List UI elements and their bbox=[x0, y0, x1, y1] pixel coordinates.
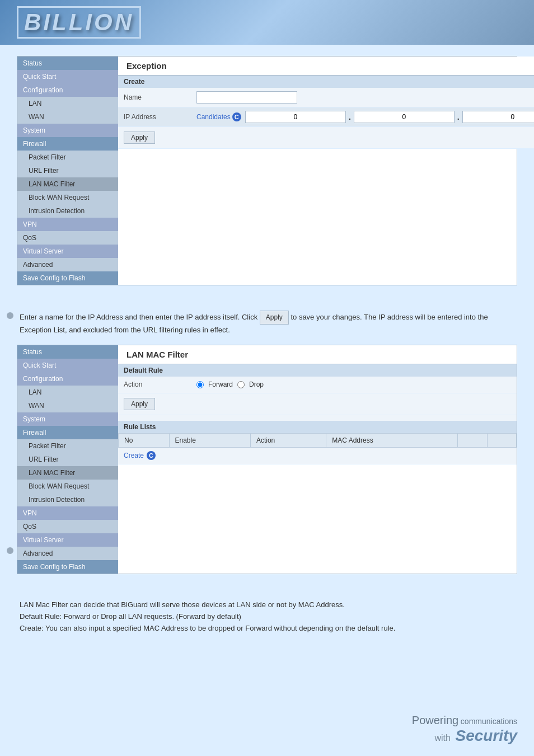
radio-forward[interactable] bbox=[196, 381, 204, 388]
col-enable: Enable bbox=[169, 433, 250, 447]
footer-security-line: with Security bbox=[412, 727, 517, 745]
sidebar-item-lan[interactable]: LAN bbox=[17, 97, 118, 110]
apply-inline-label: Apply bbox=[260, 311, 289, 325]
sidebar2-item-advanced[interactable]: Advanced bbox=[17, 547, 118, 560]
sidebar2-item-wan[interactable]: WAN bbox=[17, 399, 118, 412]
footer-powering-line: Powering communications bbox=[412, 714, 517, 727]
candidates-link[interactable]: Candidates bbox=[196, 113, 231, 121]
sidebar-item-virtual-server[interactable]: Virtual Server bbox=[17, 245, 118, 258]
create-link[interactable]: Create C bbox=[124, 451, 156, 460]
exception-apply-button[interactable]: Apply bbox=[124, 132, 155, 144]
sidebar-item-firewall[interactable]: Firewall bbox=[17, 137, 118, 151]
name-label: Name bbox=[124, 93, 196, 101]
description-2-text: LAN Mac Filter can decide that BiGuard w… bbox=[20, 599, 514, 611]
sidebar-item-system[interactable]: System bbox=[17, 124, 118, 137]
sidebar-item-status[interactable]: Status bbox=[17, 57, 118, 70]
left-bullets bbox=[7, 308, 13, 323]
ip-octet-2[interactable] bbox=[354, 111, 455, 123]
left-bullets-2 bbox=[7, 543, 13, 558]
lan-mac-filter-panel: LAN MAC Filter Default Rule Action Forwa… bbox=[118, 345, 517, 574]
sidebar2-item-firewall[interactable]: Firewall bbox=[17, 426, 118, 439]
sidebar2-item-packet-filter[interactable]: Packet Filter bbox=[17, 439, 118, 453]
sidebar-item-lan-mac-filter[interactable]: LAN MAC Filter bbox=[17, 177, 118, 191]
description-1-text: Enter a name for the IP Address and then… bbox=[20, 313, 257, 321]
radio-drop-label: Drop bbox=[249, 381, 264, 388]
sidebar-1: Status Quick Start Configuration LAN WAN… bbox=[17, 57, 118, 285]
footer-with-text: with bbox=[434, 733, 450, 743]
sidebar2-item-system[interactable]: System bbox=[17, 412, 118, 426]
create-row: Create C bbox=[118, 448, 517, 464]
candidates-info-icon[interactable]: C bbox=[232, 112, 241, 121]
ip-inputs: . . . bbox=[245, 111, 534, 123]
sidebar2-item-vpn[interactable]: VPN bbox=[17, 506, 118, 520]
description-3-text: Default Rule: Forward or Drop all LAN re… bbox=[20, 611, 514, 623]
logo: BILLION bbox=[17, 6, 141, 39]
action-label: Action bbox=[124, 381, 196, 388]
lan-mac-filter-section: Status Quick Start Configuration LAN WAN… bbox=[17, 345, 517, 574]
sidebar-item-packet-filter[interactable]: Packet Filter bbox=[17, 151, 118, 164]
sidebar2-item-lan-mac-filter[interactable]: LAN MAC Filter bbox=[17, 466, 118, 480]
sidebar-item-url-filter[interactable]: URL Filter bbox=[17, 164, 118, 177]
sidebar2-item-virtual-server[interactable]: Virtual Server bbox=[17, 533, 118, 547]
sidebar2-item-intrusion-detection[interactable]: Intrusion Detection bbox=[17, 493, 118, 506]
sidebar2-item-quick-start[interactable]: Quick Start bbox=[17, 359, 118, 372]
sidebar-item-qos[interactable]: QoS bbox=[17, 231, 118, 245]
sidebar-item-wan[interactable]: WAN bbox=[17, 110, 118, 124]
sidebar-item-advanced[interactable]: Advanced bbox=[17, 258, 118, 271]
lan-mac-filter-title: LAN MAC Filter bbox=[118, 345, 517, 364]
exception-apply-row: Apply bbox=[118, 127, 534, 149]
rule-table: No Enable Action MAC Address bbox=[118, 433, 517, 448]
sidebar2-item-url-filter[interactable]: URL Filter bbox=[17, 453, 118, 466]
sidebar2-item-lan[interactable]: LAN bbox=[17, 386, 118, 399]
exception-create-header: Create bbox=[118, 76, 534, 88]
sidebar2-item-save-config[interactable]: Save Config to Flash bbox=[17, 560, 118, 574]
col-empty-1 bbox=[458, 433, 487, 447]
default-rule-apply-row: Apply bbox=[118, 393, 517, 415]
sidebar2-item-status[interactable]: Status bbox=[17, 345, 118, 359]
ip-octet-3[interactable] bbox=[462, 111, 534, 123]
sidebar-item-intrusion-detection[interactable]: Intrusion Detection bbox=[17, 204, 118, 218]
sidebar-item-vpn[interactable]: VPN bbox=[17, 218, 118, 231]
radio-forward-label: Forward bbox=[208, 381, 233, 388]
description-2-block: LAN Mac Filter can decide that BiGuard w… bbox=[17, 591, 517, 642]
main-content: Status Quick Start Configuration LAN WAN… bbox=[0, 45, 534, 654]
action-radio-group: Forward Drop bbox=[196, 381, 264, 388]
action-row: Action Forward Drop bbox=[118, 377, 517, 393]
description-1: Enter a name for the IP Address and then… bbox=[17, 302, 517, 345]
exception-section: Status Quick Start Configuration LAN WAN… bbox=[17, 56, 517, 285]
col-no: No bbox=[119, 433, 170, 447]
name-input[interactable] bbox=[196, 91, 297, 104]
col-empty-2 bbox=[487, 433, 516, 447]
sidebar-2: Status Quick Start Configuration LAN WAN… bbox=[17, 345, 118, 574]
footer-communications-text: communications bbox=[461, 717, 517, 726]
sidebar-item-quick-start[interactable]: Quick Start bbox=[17, 70, 118, 83]
footer-security-text: Security bbox=[456, 727, 518, 744]
sidebar2-item-block-wan[interactable]: Block WAN Request bbox=[17, 480, 118, 493]
radio-drop[interactable] bbox=[237, 381, 245, 388]
ip-dot-1: . bbox=[349, 112, 351, 121]
bullet-1 bbox=[7, 312, 13, 319]
create-info-icon[interactable]: C bbox=[147, 451, 156, 460]
sidebar2-item-qos[interactable]: QoS bbox=[17, 520, 118, 533]
sidebar2-item-configuration[interactable]: Configuration bbox=[17, 372, 118, 386]
ip-address-label: IP Address bbox=[124, 113, 196, 121]
footer: Powering communications with Security bbox=[412, 714, 517, 745]
ip-address-row: IP Address Candidates C . . . bbox=[118, 107, 534, 127]
sidebar-item-block-wan[interactable]: Block WAN Request bbox=[17, 191, 118, 204]
description-4-text: Create: You can also input a specified M… bbox=[20, 623, 514, 635]
bullet-2 bbox=[7, 547, 13, 554]
ip-dot-2: . bbox=[457, 112, 460, 121]
sidebar-item-configuration[interactable]: Configuration bbox=[17, 83, 118, 97]
default-rule-header: Default Rule bbox=[118, 364, 517, 377]
exception-panel: Exception Create Name IP Address Candida… bbox=[118, 57, 534, 285]
sidebar-item-save-config[interactable]: Save Config to Flash bbox=[17, 271, 118, 285]
exception-title: Exception bbox=[118, 57, 534, 76]
default-rule-apply-button[interactable]: Apply bbox=[124, 398, 155, 410]
name-row: Name bbox=[118, 88, 534, 107]
col-action: Action bbox=[250, 433, 326, 447]
ip-octet-1[interactable] bbox=[245, 111, 346, 123]
rule-lists-header: Rule Lists bbox=[118, 421, 517, 433]
col-mac-address: MAC Address bbox=[326, 433, 458, 447]
header: BILLION bbox=[0, 0, 534, 45]
footer-powering-text: Powering bbox=[412, 714, 458, 726]
